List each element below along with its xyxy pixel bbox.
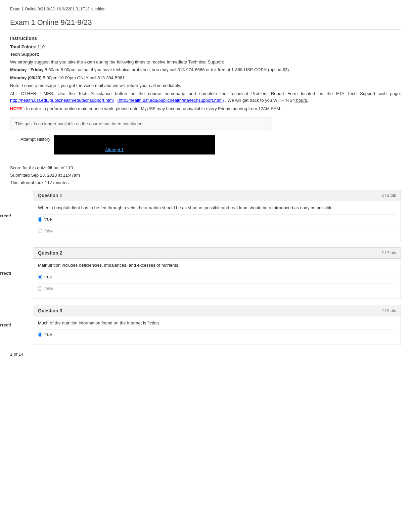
attempt-header-cell-4 (175, 135, 215, 145)
quiz-unavailable-box: This quiz is no longer available as the … (10, 118, 272, 130)
question-1-label-true: true (44, 216, 52, 223)
question-3-header: Question 3 2 / 2 pts (33, 305, 401, 316)
attempt-history-section: Attempt History Attempt 1 (10, 135, 401, 154)
question-1-block: Question 1 2 / 2 pts When a hospital die… (33, 190, 401, 241)
attempt-header-cell-1 (54, 135, 94, 145)
question-1-body: When a hospital dient has to be fed thro… (33, 201, 401, 241)
question-1-option-false: false (38, 226, 396, 236)
correct-indicator-3: Correct! (0, 322, 11, 327)
all-other-times: ALL OTHER TIMES: Use the Tech Assistance… (10, 90, 401, 104)
attempt-empty-cell-1 (54, 145, 94, 154)
question-3-radio-true[interactable] (38, 332, 42, 337)
question-1-pts: 2 / 2 pts (381, 193, 396, 198)
tech-support-label: Tech Support: (10, 52, 401, 57)
question-1-text: When a hospital dient has to be fed thro… (38, 205, 396, 211)
question-2-option-false: false (38, 283, 396, 293)
question-3-pts: 2 / 2 pts (381, 308, 396, 313)
question-2-body: Malnutrition includes deficiencies, imba… (33, 259, 401, 299)
attempt-header-cell-2 (94, 135, 135, 145)
instructions-section: Instructions Total Points: 110 Tech Supp… (10, 36, 401, 112)
browser-title: Exam 1 Online 9/21-9/23: HUN2201.311F13 … (10, 7, 401, 11)
question-3-label-true: true (44, 331, 52, 338)
question-3-block: Question 3 2 / 2 pts Much of the nutriti… (33, 305, 401, 345)
question-3-body: Much of the nutrition information found … (33, 316, 401, 345)
instructions-heading: Instructions (10, 36, 401, 41)
hours-text: hours. (295, 98, 308, 103)
total-points-value: 110 (37, 44, 45, 49)
attempt-data-row: Attempt 1 (54, 145, 215, 154)
score-total-text: out of 110 (53, 165, 73, 170)
attempt-link-cell: Attempt 1 (94, 145, 135, 154)
question-2-title: Question 2 (38, 250, 62, 256)
total-points-label: Total Points: (10, 44, 36, 49)
note-text: In order to perform routine maintenance … (26, 106, 281, 111)
question-3-option-true: true (38, 329, 396, 339)
question-1-radio-true[interactable] (38, 217, 42, 222)
total-points-line: Total Points: 110 (10, 44, 401, 50)
monday-friday-text: 8:30am-5:00pm so that if you have techni… (44, 67, 290, 72)
page-indicator: 1 of 14 (10, 352, 401, 357)
monday-special-label: Monday (09/23) (10, 75, 42, 80)
question-1-radio-false[interactable] (38, 229, 42, 233)
monday-special-text: 5:00pm-10:00pm ONLY call 813-394-5961. (42, 75, 126, 80)
submitted-line: Submitted Sep 23, 2013 at 11:47am (10, 172, 401, 179)
question-2-header: Question 2 2 / 2 pts (33, 248, 401, 259)
question-3-wrapper: Correct! Question 3 2 / 2 pts Much of th… (13, 305, 401, 345)
score-text: Score for this quiz: (10, 165, 46, 170)
attempt-header-cell-3 (135, 135, 175, 145)
attempt-history-label: Attempt History (10, 135, 50, 142)
time-taken-line: This attempt took 117 minutes. (10, 179, 401, 186)
note-label: NOTE : (10, 106, 25, 111)
question-2-radio-true[interactable] (38, 275, 42, 279)
all-other-times-text: ALL OTHER TIMES: Use the Tech Assistance… (10, 91, 401, 96)
correct-indicator-1: Correct! (0, 213, 11, 218)
eta-link2[interactable]: (http://health.usf.edu/publichealth/eta/… (117, 98, 224, 103)
page-title: Exam 1 Online 9/21-9/23 (10, 18, 401, 27)
question-1-option-true: true (38, 214, 396, 224)
question-2-text: Malnutrition includes deficiencies, imba… (38, 262, 396, 269)
question-3-text: Much of the nutrition information found … (38, 320, 396, 326)
question-2-label-false: false (44, 285, 53, 292)
question-2-option-true: true (38, 272, 396, 282)
attempt-empty-cell-3 (175, 145, 215, 154)
note-line: NOTE : In order to perform routine maint… (10, 105, 401, 112)
tech-support-line1: We strongly suggest that you take the ex… (10, 59, 401, 65)
attempt-history-table: Attempt 1 (54, 135, 215, 154)
question-2-pts: 2 / 2 pts (381, 251, 396, 255)
voicemail-note: Note: Leave a message if you get the voi… (10, 82, 401, 89)
score-value: 98 (47, 165, 52, 170)
within-24-text: . We will get back to you WITHIN 24 (225, 98, 295, 103)
attempt-empty-cell-2 (135, 145, 175, 154)
monday-friday-line: Monday - Friday 8:30am-5:00pm so that if… (10, 66, 401, 73)
question-1-wrapper: Correct! Question 1 2 / 2 pts When a hos… (13, 190, 401, 241)
monday-friday-label: Monday - Friday (10, 67, 44, 72)
question-2-radio-false[interactable] (38, 286, 42, 291)
score-line: Score for this quiz: 98 out of 110 (10, 164, 401, 172)
monday-special-line: Monday (09/23) 5:00pm-10:00pm ONLY call … (10, 75, 401, 81)
eta-link1[interactable]: http://health.usf.edu/publichealth/eta/t… (10, 98, 114, 103)
question-1-header: Question 1 2 / 2 pts (33, 190, 401, 201)
question-2-wrapper: Correct! Question 2 2 / 2 pts Malnutriti… (13, 247, 401, 299)
title-divider (10, 30, 401, 30)
attempt-header-row (54, 135, 215, 145)
question-2-block: Question 2 2 / 2 pts Malnutrition includ… (33, 247, 401, 299)
questions-container: Correct! Question 1 2 / 2 pts When a hos… (10, 190, 401, 345)
question-2-label-true: true (44, 274, 52, 280)
question-3-title: Question 3 (38, 308, 62, 313)
question-1-label-false: false (44, 228, 53, 234)
correct-indicator-2: Correct! (0, 271, 11, 276)
score-section: Score for this quiz: 98 out of 110 Submi… (10, 160, 401, 186)
question-1-title: Question 1 (38, 193, 62, 198)
attempt-1-link[interactable]: Attempt 1 (105, 147, 124, 152)
